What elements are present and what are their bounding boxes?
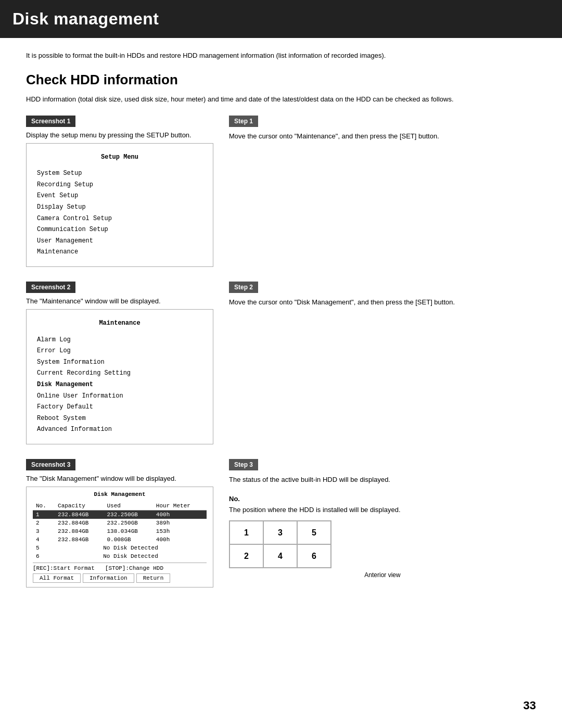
menu-item-user-management: User Management — [37, 236, 202, 247]
row2-no: 2 — [33, 519, 55, 527]
intro-text: It is possible to format the built-in HD… — [26, 50, 536, 61]
anterior-label: Anterior view — [229, 571, 536, 579]
col-capacity: Capacity — [55, 502, 104, 510]
menu-item-maintenance: Maintenance — [37, 247, 202, 258]
table-row: 6 No Disk Detected — [33, 552, 207, 560]
row3-capacity: 232.884GB — [55, 527, 104, 535]
row3-used: 138.034GB — [104, 527, 152, 535]
step1-desc: Move the cursor onto "Maintenance", and … — [229, 131, 536, 142]
table-row: 3 232.884GB 138.034GB 153h — [33, 527, 207, 535]
screenshot2-section: Screenshot 2 The "Maintenance" window wi… — [26, 282, 536, 444]
col-hour-meter: Hour Meter — [153, 502, 207, 510]
menu-item-camera-control: Camera Control Setup — [37, 213, 202, 225]
menu-item-current-recording: Current Recording Setting — [37, 368, 202, 379]
step3-desc: The status of the active built-in HDD wi… — [229, 475, 536, 486]
row3-no: 3 — [33, 527, 55, 535]
menu-item-display-setup: Display Setup — [37, 202, 202, 213]
step3-label: Step 3 — [229, 459, 258, 470]
row4-hour: 400h — [153, 535, 207, 544]
disk-management-box: Disk Management No. Capacity Used Hour M… — [26, 487, 213, 587]
menu-item-disk-management: Disk Management — [37, 379, 202, 391]
row5-no-disk: No Disk Detected — [55, 544, 207, 552]
screenshot2-right: Step 2 Move the cursor onto "Disk Manage… — [229, 282, 536, 444]
screenshot2-left: Screenshot 2 The "Maintenance" window wi… — [26, 282, 213, 444]
setup-menu-title: Setup Menu — [37, 152, 202, 163]
all-format-button[interactable]: All Format — [33, 573, 81, 583]
row4-no: 4 — [33, 535, 55, 544]
hdd-cell-2: 2 — [229, 544, 263, 568]
hdd-diagram-wrapper: 1 3 5 2 4 6 Anterior view — [229, 515, 536, 579]
footer-stop: [STOP]:Change HDD — [105, 565, 163, 571]
menu-item-recording-setup: Recording Setup — [37, 180, 202, 191]
row2-capacity: 232.884GB — [55, 519, 104, 527]
row1-hour: 400h — [153, 510, 207, 519]
disk-table-footer: [REC]:Start Format [STOP]:Change HDD — [33, 563, 207, 571]
table-row: 2 232.884GB 232.250GB 389h — [33, 519, 207, 527]
page-title: Disk management — [12, 9, 159, 28]
maintenance-menu-title: Maintenance — [37, 318, 202, 329]
row3-hour: 153h — [153, 527, 207, 535]
hdd-diagram: 1 3 5 2 4 6 — [229, 520, 331, 568]
row4-capacity: 232.884GB — [55, 535, 104, 544]
menu-item-communication: Communication Setup — [37, 224, 202, 236]
menu-item-alarm-log: Alarm Log — [37, 335, 202, 346]
menu-item-online-user: Online User Information — [37, 391, 202, 402]
step2-desc: Move the cursor onto "Disk Management", … — [229, 297, 536, 308]
table-row: 1 232.884GB 232.250GB 400h — [33, 510, 207, 519]
screenshot3-section: Screenshot 3 The "Disk Management" windo… — [26, 459, 536, 587]
hdd-cell-4: 4 — [263, 544, 297, 568]
section-description: HDD information (total disk size, used d… — [26, 94, 536, 105]
row4-used: 0.008GB — [104, 535, 152, 544]
page-number: 33 — [523, 699, 536, 712]
screenshot2-desc: The "Maintenance" window will be display… — [26, 297, 213, 305]
menu-item-event-setup: Event Setup — [37, 190, 202, 202]
table-row: 5 No Disk Detected — [33, 544, 207, 552]
hdd-cell-5: 5 — [297, 521, 331, 544]
information-button[interactable]: Information — [83, 573, 134, 583]
page-header: Disk management — [0, 0, 562, 38]
hdd-cell-1: 1 — [229, 521, 263, 544]
hdd-cell-6: 6 — [297, 544, 331, 568]
screenshot3-desc: The "Disk Management" window will be dis… — [26, 475, 213, 482]
disk-table: No. Capacity Used Hour Meter 1 232.884GB… — [33, 502, 207, 560]
screenshot3-right: Step 3 The status of the active built-in… — [229, 459, 536, 587]
table-row: 4 232.884GB 0.008GB 400h — [33, 535, 207, 544]
row1-no: 1 — [33, 510, 55, 519]
menu-item-advanced-info: Advanced Information — [37, 424, 202, 436]
no-desc: The position where the HDD is installed … — [229, 505, 536, 516]
screenshot1-label: Screenshot 1 — [26, 116, 75, 127]
screenshot1-left: Screenshot 1 Display the setup menu by p… — [26, 116, 213, 267]
disk-table-title: Disk Management — [33, 491, 207, 497]
section-title: Check HDD information — [26, 72, 536, 88]
no-label: No. — [229, 495, 240, 503]
row1-used: 232.250GB — [104, 510, 152, 519]
screenshot3-left: Screenshot 3 The "Disk Management" windo… — [26, 459, 213, 587]
menu-item-reboot: Reboot System — [37, 413, 202, 425]
return-button[interactable]: Return — [136, 573, 171, 583]
menu-item-system-info: System Information — [37, 357, 202, 368]
col-used: Used — [104, 502, 152, 510]
row6-no-disk: No Disk Detected — [55, 552, 207, 560]
step2-label: Step 2 — [229, 282, 258, 293]
row2-used: 232.250GB — [104, 519, 152, 527]
screenshot1-right: Step 1 Move the cursor onto "Maintenance… — [229, 116, 536, 267]
screenshot1-menu: Setup Menu System Setup Recording Setup … — [26, 143, 213, 267]
row5-no: 5 — [33, 544, 55, 552]
footer-rec: [REC]:Start Format — [33, 565, 95, 571]
menu-item-error-log: Error Log — [37, 346, 202, 357]
page-wrapper: Disk management It is possible to format… — [0, 0, 562, 728]
screenshot1-section: Screenshot 1 Display the setup menu by p… — [26, 116, 536, 267]
hdd-cell-3: 3 — [263, 521, 297, 544]
row6-no: 6 — [33, 552, 55, 560]
col-no: No. — [33, 502, 55, 510]
menu-item-factory-default: Factory Default — [37, 402, 202, 413]
screenshot1-desc: Display the setup menu by pressing the S… — [26, 131, 213, 139]
menu-item-system-setup: System Setup — [37, 168, 202, 180]
row2-hour: 389h — [153, 519, 207, 527]
screenshot2-label: Screenshot 2 — [26, 282, 75, 293]
disk-table-buttons: All Format Information Return — [33, 573, 207, 583]
row1-capacity: 232.884GB — [55, 510, 104, 519]
screenshot2-menu: Maintenance Alarm Log Error Log System I… — [26, 309, 213, 444]
screenshot3-label: Screenshot 3 — [26, 459, 75, 470]
step1-label: Step 1 — [229, 116, 258, 127]
